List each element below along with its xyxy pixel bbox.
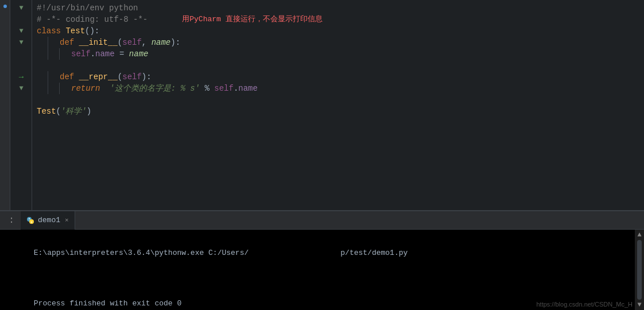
- editor-area: ▼ ▼ ▼ → ▼: [0, 0, 644, 210]
- gutter-row-10: [10, 117, 32, 129]
- coding-comment: # -*- coding: utf-8 -*-: [37, 14, 148, 25]
- var-name: name: [129, 48, 149, 60]
- equals-op: =: [115, 48, 129, 60]
- terminal-tabs: : demo1 ×: [0, 211, 644, 230]
- funcname-init: __init__: [79, 37, 118, 48]
- python-icon: [26, 216, 34, 224]
- repr-paren-close: ):: [142, 71, 152, 83]
- gutter-row-9: [10, 106, 32, 117]
- code-line-2: # -*- coding: utf-8 -*- 用PyCharm 直接运行，不会…: [37, 14, 635, 25]
- return-space: [100, 83, 110, 94]
- gutter-row-6: [10, 60, 32, 71]
- terminal-scrollbar[interactable]: ▲ ▼: [635, 230, 644, 310]
- gutter-row-8: [10, 94, 32, 106]
- process-finished-text: Process finished with exit code 0: [34, 299, 181, 308]
- code-line-9: [37, 94, 635, 106]
- code-line-7: def __repr__(self):: [37, 71, 635, 83]
- param-name: name: [152, 37, 171, 48]
- test-call-name: Test: [37, 106, 56, 117]
- left-panel: [0, 0, 10, 210]
- scroll-up-btn[interactable]: ▲: [635, 231, 643, 239]
- editor-gutter: ▼ ▼ ▼ → ▼: [10, 0, 32, 210]
- gutter-row-1: ▼: [10, 2, 32, 14]
- init-paren: (: [118, 37, 122, 48]
- terminal-tab-label: demo1: [38, 216, 60, 224]
- dot-1: .: [91, 48, 95, 60]
- terminal-blank-line: [7, 272, 637, 285]
- comma-init: ,: [142, 37, 152, 48]
- string-kexue: '科学': [61, 106, 87, 117]
- panel-indicator: [3, 5, 7, 8]
- terminal-tab-demo1[interactable]: demo1 ×: [21, 211, 75, 230]
- gutter-row-7b: ▼: [10, 83, 32, 94]
- scroll-down-btn[interactable]: ▼: [635, 301, 643, 309]
- scroll-track[interactable]: [637, 240, 642, 300]
- self-param-repr: self: [122, 71, 142, 83]
- paren-open: ():: [85, 25, 99, 37]
- keyword-return: return: [71, 83, 100, 94]
- code-line-5: self.name = name: [37, 48, 635, 60]
- self-in-return: self: [214, 83, 234, 94]
- fold-icon-1[interactable]: ▼: [19, 4, 23, 12]
- percent-op: %: [200, 83, 214, 94]
- gutter-row-2: [10, 14, 32, 25]
- terminal-hidden-path: ████████████████████: [249, 247, 340, 259]
- fold-icon-3[interactable]: ▼: [19, 27, 23, 35]
- attr-name: name: [95, 48, 115, 60]
- self-name-self: self: [71, 48, 91, 60]
- terminal-command-suffix: p/test/demo1.py: [340, 249, 408, 257]
- code-line-10: Test('科学'): [37, 106, 635, 117]
- gutter-row-3: ▼: [10, 25, 32, 37]
- keyword-def-init: def: [60, 37, 79, 48]
- fold-icon-4[interactable]: ▼: [19, 38, 23, 46]
- terminal-command-line: E:\apps\interpreters\3.6.4\pythonw.exe C…: [7, 234, 637, 272]
- gutter-row-7: →: [10, 71, 32, 83]
- call-paren-close: ): [87, 106, 91, 117]
- code-line-3: class Test():: [37, 25, 635, 37]
- svg-point-3: [31, 222, 32, 223]
- watermark-text: https://blog.csdn.net/CSDN_Mc_H: [536, 301, 633, 308]
- svg-point-2: [29, 218, 30, 219]
- keyword-def-repr: def: [60, 71, 79, 83]
- terminal-panel: : demo1 × ▲ ▼ E:\apps\interpreters\3.6.4…: [0, 210, 644, 310]
- attr-name-return: name: [238, 83, 258, 94]
- code-content: #!/usr/bin/env python # -*- coding: utf-…: [32, 0, 644, 210]
- string-literal: '这个类的名字是: % s': [110, 83, 200, 94]
- gutter-row-4: ▼: [10, 37, 32, 48]
- chinese-comment: 用PyCharm 直接运行，不会显示打印信息: [182, 14, 322, 25]
- current-line-arrow: →: [19, 72, 24, 82]
- code-line-1: #!/usr/bin/env python: [37, 2, 635, 14]
- funcname-repr: __repr__: [79, 71, 118, 83]
- shebang-text: #!/usr/bin/env python: [37, 2, 138, 14]
- code-line-4: def __init__(self, name):: [37, 37, 635, 48]
- fold-icon-7[interactable]: ▼: [19, 84, 23, 92]
- terminal-tab-close[interactable]: ×: [65, 217, 69, 224]
- repr-paren: (: [118, 71, 122, 83]
- self-param-init: self: [122, 37, 142, 48]
- code-line-8: return '这个类的名字是: % s' % self.name: [37, 83, 635, 94]
- classname-test: Test: [65, 25, 85, 37]
- code-line-6: [37, 60, 635, 71]
- call-paren-open: (: [56, 106, 61, 117]
- init-paren-close: ):: [170, 37, 180, 48]
- dot-2: .: [234, 83, 238, 94]
- gutter-row-5: [10, 48, 32, 60]
- terminal-command-prefix: E:\apps\interpreters\3.6.4\pythonw.exe C…: [34, 249, 249, 257]
- terminal-left-btn[interactable]: :: [5, 211, 18, 230]
- terminal-content[interactable]: ▲ ▼ E:\apps\interpreters\3.6.4\pythonw.e…: [0, 230, 644, 310]
- keyword-class: class: [37, 25, 65, 37]
